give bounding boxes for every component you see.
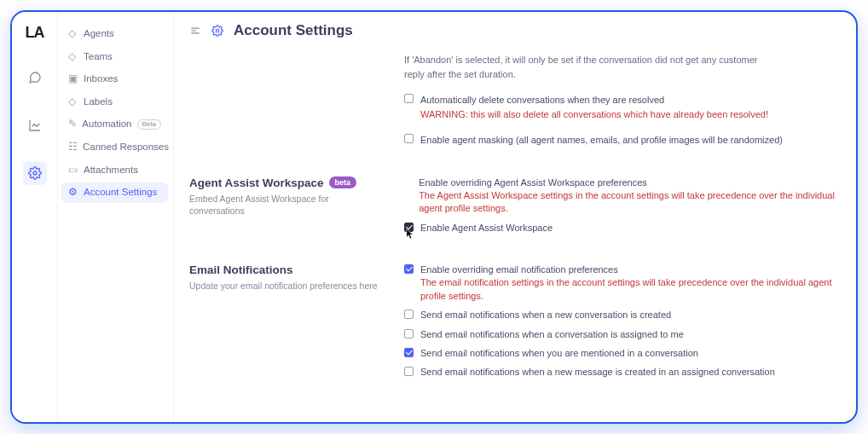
agent-masking-label: Enable agent masking (all agent names, e…	[420, 133, 783, 148]
agent-masking-option: Enable agent masking (all agent names, e…	[404, 133, 841, 148]
email-assigned-row: Send email notifications when a conversa…	[404, 328, 841, 341]
sidebar-item-label: Attachments	[84, 165, 138, 176]
sidebar-item-agents[interactable]: ◇ Agents	[61, 24, 168, 44]
email-new-msg-checkbox[interactable]	[404, 367, 414, 376]
email-override-warning: The email notification settings in the a…	[420, 276, 841, 303]
svg-point-0	[33, 171, 37, 175]
sidebar-item-label: Canned Responses	[83, 142, 169, 153]
icon-rail: LA	[12, 12, 58, 422]
email-new-convo-label: Send email notifications when a new conv…	[420, 309, 671, 321]
sidebar-item-inboxes[interactable]: ▣ Inboxes	[61, 69, 168, 90]
svg-point-4	[216, 29, 219, 32]
agent-assist-title: Agent Assist Workspace beta	[189, 176, 384, 189]
sidebar-item-attachments[interactable]: ▭ Attachments	[61, 160, 168, 181]
agent-assist-section: Agent Assist Workspace beta Embed Agent …	[189, 148, 841, 235]
beta-pill: Beta	[137, 119, 161, 130]
email-mention-label: Send email notifications when you are me…	[420, 347, 698, 360]
sidebar-item-account-settings[interactable]: ⚙ Account Settings	[61, 182, 168, 203]
email-new-convo-checkbox[interactable]	[404, 310, 414, 319]
sidebar-item-labels[interactable]: ◇ Labels	[61, 92, 168, 113]
sidebar-item-label: Agents	[84, 29, 114, 39]
collapse-sidebar-icon[interactable]	[189, 25, 201, 37]
aaw-enable-row: Enable Agent Assist Workspace	[404, 222, 841, 234]
auto-delete-warning: WARNING: this will also delete all conve…	[420, 107, 768, 122]
sidebar-item-label: Inboxes	[84, 74, 118, 84]
beta-badge: beta	[329, 176, 357, 188]
inbox-icon: ▣	[68, 74, 78, 84]
aaw-override-warning: The Agent Assist Workspace settings in t…	[419, 189, 841, 216]
main-panel: Account Settings If 'Abandon' is selecte…	[174, 12, 856, 422]
email-subtitle: Update your email notification preferenc…	[189, 280, 384, 292]
aaw-override-row: Enable overriding Agent Assist Workspace…	[404, 176, 841, 216]
content-area: If 'Abandon' is selected, it will only b…	[174, 48, 856, 422]
auto-delete-checkbox[interactable]	[404, 94, 414, 103]
sidebar-item-label: Automation	[82, 119, 131, 130]
page-title: Account Settings	[234, 22, 353, 39]
automation-icon: ✎	[68, 119, 77, 130]
agent-masking-checkbox[interactable]	[404, 134, 414, 143]
snippet-icon: ☷	[68, 142, 78, 153]
auto-delete-label: Automatically delete conversations when …	[420, 93, 768, 107]
aaw-enable-label: Enable Agent Assist Workspace	[420, 222, 553, 234]
email-assigned-checkbox[interactable]	[404, 329, 414, 339]
email-override-label: Enable overriding email notification pre…	[420, 263, 841, 276]
folder-icon: ▭	[68, 165, 78, 176]
sidebar-item-automation[interactable]: ✎ Automation Beta	[61, 114, 168, 135]
email-override-row: Enable overriding email notification pre…	[404, 263, 841, 303]
main-header: Account Settings	[174, 12, 856, 48]
email-override-checkbox[interactable]	[404, 264, 414, 274]
header-gear-icon	[211, 25, 223, 37]
email-title: Email Notifications	[189, 263, 384, 276]
label-icon: ◇	[68, 97, 78, 107]
email-mention-checkbox[interactable]	[404, 348, 414, 357]
aaw-enable-checkbox[interactable]	[404, 223, 414, 232]
email-new-msg-row: Send email notifications when a new mess…	[404, 366, 841, 379]
gear-icon: ⚙	[68, 188, 78, 198]
sidebar-item-teams[interactable]: ◇ Teams	[61, 47, 168, 67]
sidebar-item-canned[interactable]: ☷ Canned Responses	[61, 137, 168, 158]
aaw-override-label: Enable overriding Agent Assist Workspace…	[419, 176, 841, 189]
email-assigned-label: Send email notifications when a conversa…	[420, 328, 684, 341]
agents-icon: ◇	[68, 29, 78, 39]
abandon-help-text: If 'Abandon' is selected, it will only b…	[404, 48, 841, 81]
sidebar-item-label: Labels	[84, 97, 113, 107]
email-new-convo-row: Send email notifications when a new conv…	[404, 309, 841, 321]
email-new-msg-label: Send email notifications when a new mess…	[420, 366, 775, 379]
logo: LA	[26, 24, 44, 42]
settings-icon[interactable]	[23, 161, 47, 185]
email-notifications-section: Email Notifications Update your email no…	[189, 234, 841, 379]
settings-sidebar: ◇ Agents ◇ Teams ▣ Inboxes ◇ Labels ✎ Au…	[58, 12, 174, 422]
teams-icon: ◇	[68, 52, 78, 62]
email-mention-row: Send email notifications when you are me…	[404, 347, 841, 360]
auto-delete-option: Automatically delete conversations when …	[404, 93, 841, 121]
agent-assist-subtitle: Embed Agent Assist Workspace for convers…	[189, 193, 384, 217]
reports-icon[interactable]	[23, 113, 47, 137]
sidebar-item-label: Teams	[84, 52, 113, 62]
chat-icon[interactable]	[23, 66, 47, 90]
sidebar-item-label: Account Settings	[84, 188, 157, 198]
